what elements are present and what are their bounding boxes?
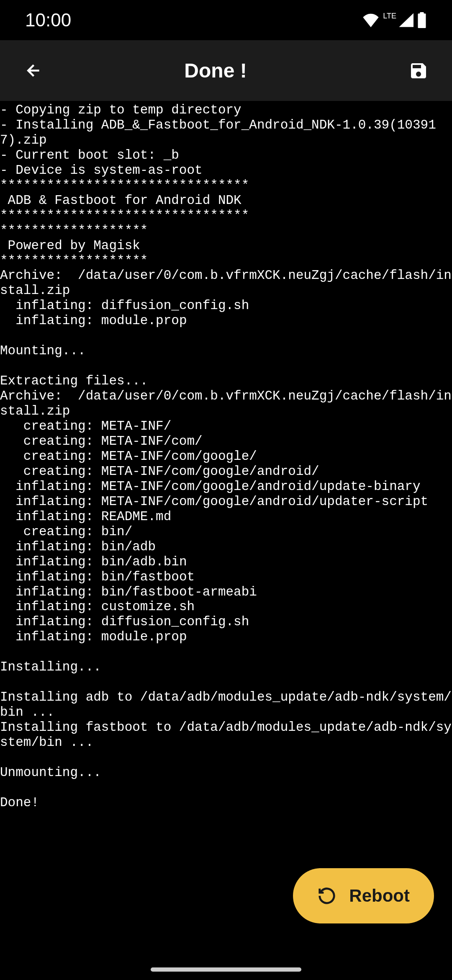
signal-icon (398, 13, 413, 27)
page-title: Done ! (23, 59, 408, 82)
status-time: 10:00 (25, 10, 71, 31)
navigation-bar[interactable] (151, 967, 301, 972)
svg-rect-0 (418, 13, 426, 28)
wifi-icon (362, 13, 380, 27)
battery-icon (417, 12, 427, 28)
app-bar: Done ! (0, 40, 452, 101)
status-bar: 10:00 LTE (0, 0, 452, 40)
status-icons: LTE (362, 12, 427, 29)
lte-label: LTE (383, 12, 396, 21)
reboot-icon (317, 886, 336, 905)
svg-rect-1 (420, 12, 424, 14)
save-button[interactable] (408, 60, 429, 81)
reboot-label: Reboot (349, 886, 410, 906)
terminal-output: - Copying zip to temp directory - Instal… (0, 101, 452, 812)
reboot-button[interactable]: Reboot (293, 868, 434, 923)
